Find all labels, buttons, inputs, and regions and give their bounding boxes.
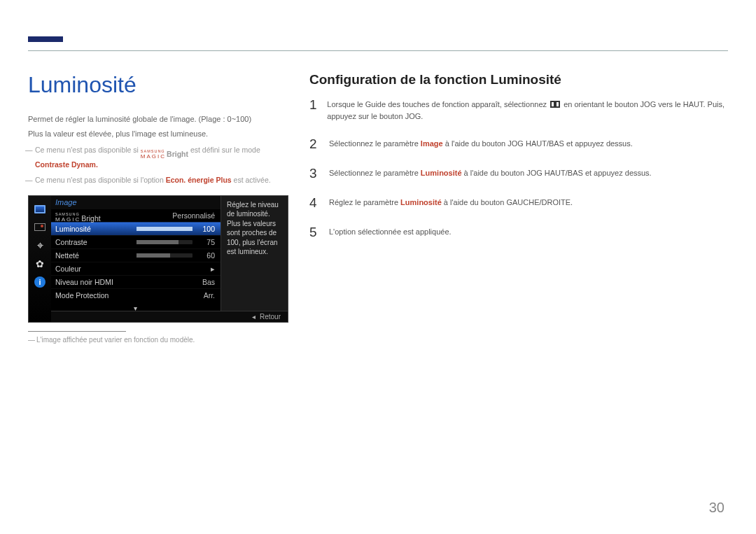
- osd-screenshot: ⌖ ✿ i Image SAMSUNGMAGICBright Personnal…: [28, 195, 288, 323]
- step-number: 4: [309, 195, 319, 211]
- osd-row-protection: Mode Protection Arr.: [51, 288, 220, 302]
- step-text: Sélectionnez le paramètre Image à l'aide…: [329, 136, 633, 152]
- crosshair-icon: ⌖: [34, 239, 46, 252]
- back-arrow-icon: ◂: [252, 313, 255, 321]
- info-icon: i: [34, 276, 46, 288]
- osd-row-couleur: Couleur ▸: [51, 262, 220, 275]
- note-2: Ce menu n'est pas disponible si l'option…: [35, 175, 288, 185]
- osd-title: Image: [51, 196, 220, 209]
- step-number: 5: [309, 225, 319, 240]
- osd-nav: ⌖ ✿ i: [29, 196, 51, 322]
- step-3: 3 Sélectionnez le paramètre Luminosité à…: [309, 166, 728, 181]
- picture-icon: [34, 221, 46, 234]
- osd-help-text: Réglez le niveau de luminosité. Plus les…: [220, 196, 288, 322]
- page-number: 30: [709, 500, 724, 516]
- step-2: 2 Sélectionnez le paramètre Image à l'ai…: [309, 136, 728, 152]
- osd-row-hdmi: Niveau noir HDMI Bas: [51, 275, 220, 288]
- osd-row-nettete: Netteté 60: [51, 248, 220, 262]
- step-text: Réglez le paramètre Luminosité à l'aide …: [329, 195, 573, 211]
- step-number: 3: [309, 166, 319, 181]
- osd-back-label: Retour: [260, 313, 281, 321]
- menu-icon: [550, 101, 560, 108]
- footnote-divider: [28, 331, 126, 332]
- osd-row-contraste: Contraste 75: [51, 235, 220, 248]
- right-title: Configuration de la fonction Luminosité: [309, 72, 728, 87]
- osd-footer: ◂ Retour: [51, 311, 288, 322]
- step-text: L'option sélectionnée est appliquée.: [329, 225, 451, 240]
- body-text: Permet de régler la luminosité globale d…: [28, 113, 288, 125]
- gear-icon: ✿: [34, 258, 46, 270]
- step-5: 5 L'option sélectionnée est appliquée.: [309, 225, 728, 240]
- note-1: Ce menu n'est pas disponible si SAMSUNGM…: [35, 145, 288, 169]
- osd-row-magicbright: SAMSUNGMAGICBright Personnalisé: [51, 209, 220, 222]
- step-number: 1: [309, 97, 317, 122]
- osd-row-luminosite: Luminosité 100: [51, 222, 220, 235]
- step-4: 4 Réglez le paramètre Luminosité à l'aid…: [309, 195, 728, 211]
- step-text: Sélectionnez le paramètre Luminosité à l…: [329, 166, 652, 181]
- step-text: Lorsque le Guide des touches de fonction…: [327, 97, 728, 122]
- step-1: 1 Lorsque le Guide des touches de foncti…: [309, 97, 728, 122]
- footnote: L'image affichée peut varier en fonction…: [28, 336, 288, 344]
- body-text: Plus la valeur est élevée, plus l'image …: [28, 128, 288, 140]
- monitor-icon: [34, 203, 46, 216]
- chapter-mark: [28, 36, 63, 42]
- section-title: Luminosité: [28, 72, 288, 98]
- step-number: 2: [309, 136, 319, 152]
- top-rule: [28, 50, 728, 51]
